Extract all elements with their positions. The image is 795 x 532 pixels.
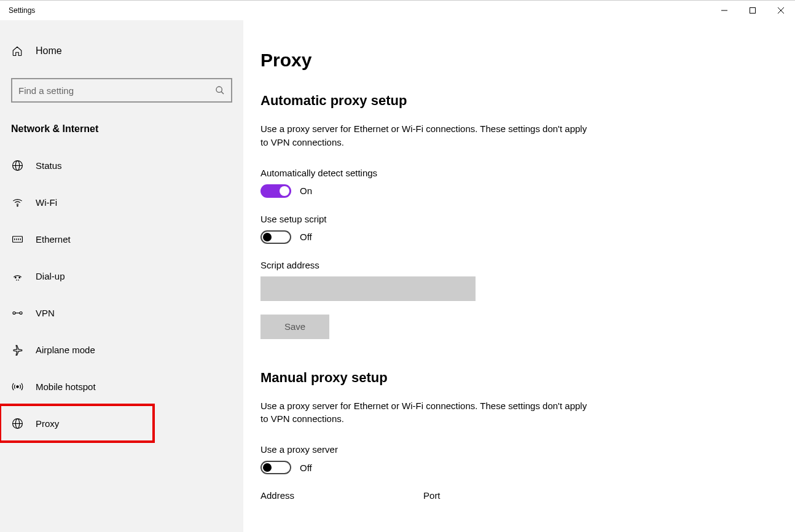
svg-line-5 bbox=[221, 92, 224, 94]
content-pane: Proxy Automatic proxy setup Use a proxy … bbox=[243, 20, 795, 532]
sidebar-item-label: Dial-up bbox=[36, 271, 65, 281]
sidebar-item-dialup[interactable]: Dial-up bbox=[0, 257, 243, 294]
svg-point-21 bbox=[16, 385, 18, 387]
window-controls bbox=[710, 1, 795, 20]
dialup-icon bbox=[11, 270, 23, 282]
sidebar-item-vpn[interactable]: VPN bbox=[0, 294, 243, 331]
sidebar-item-airplane[interactable]: Airplane mode bbox=[0, 331, 243, 368]
auto-proxy-heading: Automatic proxy setup bbox=[260, 93, 758, 109]
search-input[interactable] bbox=[18, 85, 215, 96]
vpn-icon bbox=[11, 307, 23, 319]
port-label: Port bbox=[423, 490, 441, 501]
globe-icon bbox=[11, 418, 23, 429]
ethernet-icon bbox=[11, 233, 23, 245]
maximize-icon bbox=[750, 7, 756, 14]
sidebar-item-label: VPN bbox=[36, 308, 55, 318]
use-script-state: Off bbox=[300, 232, 312, 242]
use-proxy-state: Off bbox=[300, 463, 312, 473]
sidebar-item-label: Ethernet bbox=[36, 234, 71, 244]
use-script-toggle[interactable] bbox=[260, 230, 291, 244]
auto-detect-state: On bbox=[300, 186, 312, 196]
search-icon bbox=[215, 85, 225, 95]
sidebar-item-ethernet[interactable]: Ethernet bbox=[0, 221, 243, 257]
close-button[interactable] bbox=[767, 1, 795, 20]
svg-point-15 bbox=[15, 277, 16, 278]
script-address-input[interactable] bbox=[260, 276, 476, 301]
wifi-icon bbox=[11, 197, 23, 208]
page-title: Proxy bbox=[260, 50, 758, 71]
window-title: Settings bbox=[9, 6, 35, 15]
titlebar: Settings bbox=[0, 1, 795, 20]
use-script-label: Use setup script bbox=[260, 214, 758, 224]
sidebar-item-label: Wi-Fi bbox=[36, 197, 57, 208]
window-body: Home Network & Internet Status Wi-Fi bbox=[0, 20, 795, 532]
airplane-icon bbox=[11, 344, 23, 356]
address-label: Address bbox=[260, 490, 294, 501]
maximize-button[interactable] bbox=[738, 1, 767, 20]
auto-proxy-desc: Use a proxy server for Ethernet or Wi-Fi… bbox=[260, 122, 592, 149]
sidebar-item-wifi[interactable]: Wi-Fi bbox=[0, 184, 243, 221]
minimize-button[interactable] bbox=[710, 1, 738, 20]
svg-rect-10 bbox=[12, 236, 22, 242]
use-proxy-toggle[interactable] bbox=[260, 461, 291, 474]
svg-point-16 bbox=[18, 277, 20, 278]
auto-detect-label: Automatically detect settings bbox=[260, 168, 758, 178]
save-button[interactable]: Save bbox=[260, 315, 329, 339]
globe-icon bbox=[11, 160, 23, 171]
svg-point-19 bbox=[12, 311, 15, 314]
search-box[interactable] bbox=[11, 78, 232, 103]
use-proxy-label: Use a proxy server bbox=[260, 444, 758, 455]
auto-detect-toggle[interactable] bbox=[260, 184, 291, 198]
svg-point-20 bbox=[20, 311, 22, 314]
close-icon bbox=[778, 7, 784, 14]
svg-rect-1 bbox=[750, 8, 756, 14]
sidebar-item-label: Mobile hotspot bbox=[36, 381, 96, 392]
svg-point-4 bbox=[216, 87, 222, 92]
home-icon bbox=[11, 45, 23, 57]
sidebar-item-status[interactable]: Status bbox=[0, 147, 243, 184]
manual-proxy-desc: Use a proxy server for Ethernet or Wi-Fi… bbox=[260, 399, 592, 426]
sidebar-item-proxy[interactable]: Proxy bbox=[0, 405, 154, 442]
hotspot-icon bbox=[11, 381, 23, 393]
sidebar: Home Network & Internet Status Wi-Fi bbox=[0, 20, 243, 532]
svg-point-9 bbox=[17, 205, 18, 206]
sidebar-item-label: Proxy bbox=[36, 418, 59, 429]
category-header: Network & Internet bbox=[0, 114, 243, 147]
minimize-icon bbox=[721, 7, 727, 14]
manual-proxy-heading: Manual proxy setup bbox=[260, 370, 758, 386]
sidebar-item-label: Airplane mode bbox=[36, 345, 95, 355]
script-address-label: Script address bbox=[260, 260, 758, 270]
home-label: Home bbox=[36, 45, 62, 57]
settings-window: Settings Home bbox=[0, 0, 795, 532]
home-button[interactable]: Home bbox=[0, 33, 243, 69]
sidebar-item-label: Status bbox=[36, 160, 62, 171]
sidebar-item-hotspot[interactable]: Mobile hotspot bbox=[0, 368, 243, 405]
